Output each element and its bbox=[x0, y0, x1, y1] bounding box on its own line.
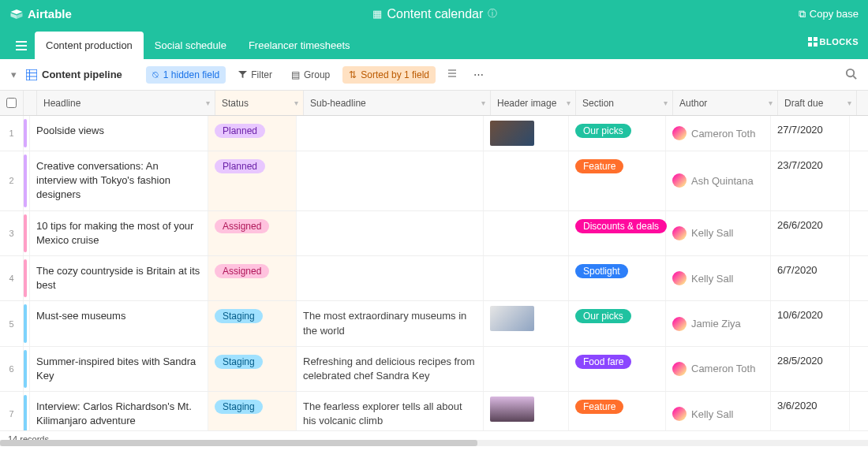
author-cell[interactable]: Cameron Toth bbox=[666, 347, 771, 391]
section-column-header[interactable]: Section▾ bbox=[576, 91, 673, 115]
table-row[interactable]: 5Must-see museumsStagingThe most extraor… bbox=[0, 301, 868, 346]
status-cell[interactable]: Planned bbox=[208, 116, 297, 151]
sub-headline-cell[interactable]: The most extraordinary museums in the wo… bbox=[297, 301, 484, 345]
view-name[interactable]: Content pipeline bbox=[26, 69, 122, 80]
header-image-cell[interactable] bbox=[484, 256, 569, 300]
headline-cell[interactable]: Creative conversations: An interview wit… bbox=[30, 151, 208, 210]
author-cell[interactable]: Ash Quintana bbox=[666, 151, 771, 210]
sub-headline-cell[interactable]: The fearless explorer tells all about hi… bbox=[297, 392, 484, 435]
tab-freelancer-timesheets[interactable]: Freelancer timesheets bbox=[238, 32, 361, 59]
sort-button[interactable]: ⇅ Sorted by 1 field bbox=[342, 66, 436, 84]
sub-headline-cell[interactable]: Refreshing and delicious recipes from ce… bbox=[297, 347, 484, 391]
draft-due-cell[interactable]: 3/6/2020 bbox=[771, 392, 850, 435]
image-column-header[interactable]: Header image▾ bbox=[491, 91, 576, 115]
headline-cell[interactable]: Poolside views bbox=[30, 116, 208, 151]
sub-headline-cell[interactable] bbox=[297, 211, 484, 255]
draft-due-cell[interactable]: 23/7/2020 bbox=[771, 151, 850, 210]
chevron-down-icon[interactable]: ▾ bbox=[664, 99, 668, 107]
author-column-header[interactable]: Author▾ bbox=[673, 91, 778, 115]
row-number[interactable]: 2 bbox=[0, 151, 24, 210]
sub-headline-cell[interactable] bbox=[297, 256, 484, 300]
header-image-cell[interactable] bbox=[484, 392, 569, 435]
tab-content-production[interactable]: Content production bbox=[35, 32, 144, 59]
headline-cell[interactable]: 10 tips for making the most of your Mexi… bbox=[30, 211, 208, 255]
row-number[interactable]: 1 bbox=[0, 116, 24, 151]
header-image-cell[interactable] bbox=[484, 347, 569, 391]
author-cell[interactable]: Jamie Ziya bbox=[666, 301, 771, 345]
headline-cell[interactable]: Interview: Carlos Richardson's Mt. Kilim… bbox=[30, 392, 208, 435]
hidden-field-button[interactable]: ⦰ 1 hidden field bbox=[146, 66, 226, 84]
table-row[interactable]: 2Creative conversations: An interview wi… bbox=[0, 151, 868, 211]
author-cell[interactable]: Kelly Sall bbox=[666, 256, 771, 300]
section-cell[interactable]: Our picks bbox=[569, 116, 666, 151]
info-icon[interactable]: ⓘ bbox=[488, 7, 497, 20]
group-button[interactable]: ▤ Group bbox=[285, 66, 336, 84]
thumbnail[interactable] bbox=[490, 121, 534, 146]
chevron-down-icon[interactable]: ▾ bbox=[294, 99, 298, 107]
status-cell[interactable]: Staging bbox=[208, 301, 297, 345]
copy-base-button[interactable]: ⧉ Copy base bbox=[799, 8, 859, 20]
thumbnail[interactable] bbox=[490, 397, 534, 422]
sub-column-header[interactable]: Sub-headline▾ bbox=[304, 91, 491, 115]
status-cell[interactable]: Staging bbox=[208, 347, 297, 391]
header-image-cell[interactable] bbox=[484, 151, 569, 210]
headline-column-header[interactable]: Headline▾ bbox=[37, 91, 215, 115]
headline-cell[interactable]: Must-see museums bbox=[30, 301, 208, 345]
base-title[interactable]: Content calendar bbox=[387, 7, 483, 21]
draft-due-cell[interactable]: 26/6/2020 bbox=[771, 211, 850, 255]
view-menu-chevron[interactable]: ▾ bbox=[8, 69, 20, 80]
draft-due-cell[interactable]: 6/7/2020 bbox=[771, 256, 850, 300]
section-cell[interactable]: Food fare bbox=[569, 347, 666, 391]
table-row[interactable]: 7Interview: Carlos Richardson's Mt. Kili… bbox=[0, 392, 868, 435]
due-column-header[interactable]: Draft due▾ bbox=[778, 91, 857, 115]
row-number[interactable]: 6 bbox=[0, 347, 24, 391]
select-all-checkbox[interactable] bbox=[6, 98, 17, 108]
table-row[interactable]: 1Poolside viewsPlannedOur picksCameron T… bbox=[0, 116, 868, 151]
chevron-down-icon[interactable]: ▾ bbox=[481, 99, 485, 107]
author-cell[interactable]: Cameron Toth bbox=[666, 116, 771, 151]
header-image-cell[interactable] bbox=[484, 301, 569, 345]
header-image-cell[interactable] bbox=[484, 211, 569, 255]
row-number[interactable]: 3 bbox=[0, 211, 24, 255]
author-cell[interactable]: Kelly Sall bbox=[666, 392, 771, 435]
horizontal-scrollbar[interactable] bbox=[0, 440, 868, 446]
chevron-down-icon[interactable]: ▾ bbox=[769, 99, 773, 107]
table-row[interactable]: 310 tips for making the most of your Mex… bbox=[0, 211, 868, 256]
select-all-cell[interactable] bbox=[0, 91, 24, 115]
status-cell[interactable]: Planned bbox=[208, 151, 297, 210]
section-cell[interactable]: Feature bbox=[569, 392, 666, 435]
tab-social-schedule[interactable]: Social schedule bbox=[144, 32, 238, 59]
chevron-down-icon[interactable]: ▾ bbox=[567, 99, 571, 107]
menu-button[interactable] bbox=[8, 35, 35, 59]
chevron-down-icon[interactable]: ▾ bbox=[847, 99, 851, 107]
table-row[interactable]: 4The cozy countryside is Britain at its … bbox=[0, 256, 868, 301]
status-column-header[interactable]: Status▾ bbox=[215, 91, 304, 115]
search-button[interactable] bbox=[842, 65, 860, 85]
row-height-button[interactable] bbox=[442, 65, 462, 84]
logo[interactable]: Airtable bbox=[9, 7, 72, 21]
filter-button[interactable]: Filter bbox=[232, 66, 279, 84]
section-cell[interactable]: Spotlight bbox=[569, 256, 666, 300]
sub-headline-cell[interactable] bbox=[297, 116, 484, 151]
status-cell[interactable]: Assigned bbox=[208, 256, 297, 300]
row-number[interactable]: 7 bbox=[0, 392, 24, 435]
draft-due-cell[interactable]: 27/7/2020 bbox=[771, 116, 850, 151]
draft-due-cell[interactable]: 10/6/2020 bbox=[771, 301, 850, 345]
blocks-button[interactable]: BLOCKS bbox=[808, 37, 859, 47]
section-cell[interactable]: Feature bbox=[569, 151, 666, 210]
draft-due-cell[interactable]: 28/5/2020 bbox=[771, 347, 850, 391]
section-cell[interactable]: Discounts & deals bbox=[569, 211, 666, 255]
row-number[interactable]: 5 bbox=[0, 301, 24, 345]
header-image-cell[interactable] bbox=[484, 116, 569, 151]
section-cell[interactable]: Our picks bbox=[569, 301, 666, 345]
status-cell[interactable]: Assigned bbox=[208, 211, 297, 255]
chevron-down-icon[interactable]: ▾ bbox=[206, 99, 210, 107]
headline-cell[interactable]: Summer-inspired bites with Sandra Key bbox=[30, 347, 208, 391]
table-row[interactable]: 6Summer-inspired bites with Sandra KeySt… bbox=[0, 347, 868, 392]
row-number[interactable]: 4 bbox=[0, 256, 24, 300]
status-cell[interactable]: Staging bbox=[208, 392, 297, 435]
more-button[interactable]: ⋯ bbox=[469, 65, 488, 84]
thumbnail[interactable] bbox=[490, 306, 534, 331]
headline-cell[interactable]: The cozy countryside is Britain at its b… bbox=[30, 256, 208, 300]
author-cell[interactable]: Kelly Sall bbox=[666, 211, 771, 255]
